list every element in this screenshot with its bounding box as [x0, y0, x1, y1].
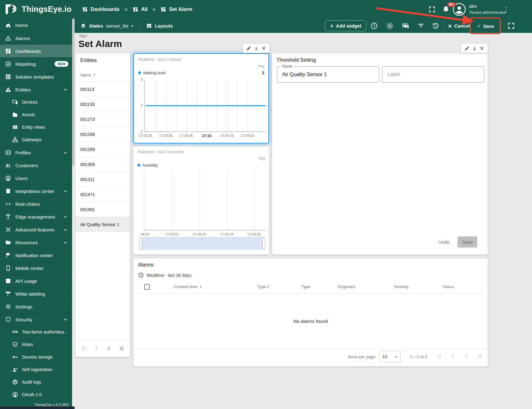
version-history-icon[interactable] [432, 22, 440, 30]
sidebar-item-label: Solution templates [15, 74, 54, 80]
last-page-icon[interactable] [118, 345, 125, 352]
sidebar-item-audit-logs[interactable]: Audit logs [0, 376, 72, 388]
remove-widget-icon[interactable]: × [261, 46, 266, 51]
sidebar-item-dashboards[interactable]: Dashboards [0, 44, 72, 57]
edge-management-icon [5, 214, 11, 220]
states-selector[interactable]: States sensor_list ▾ [80, 19, 133, 33]
first-page-icon[interactable] [80, 345, 88, 352]
entity-aliases-icon[interactable] [402, 22, 409, 30]
sidebar-item-reporting[interactable]: ReportingNEW [0, 57, 72, 70]
series-color-dot [138, 164, 140, 167]
alarm-column-originator[interactable]: Originator [337, 284, 355, 289]
battery-level-chart-widget[interactable]: Realtime - last 1 minute Avg batteryLeve… [133, 53, 269, 143]
app-logo[interactable]: ThingsEye.io [4, 3, 71, 16]
sidebar-item-gateways[interactable]: Gateways [0, 133, 72, 146]
first-page-icon[interactable] [436, 353, 443, 360]
breadcrumb-all[interactable]: All [133, 7, 147, 12]
alarm-column-status[interactable]: Status [443, 284, 454, 289]
sidebar-item-resources[interactable]: Resources [0, 236, 72, 249]
range-handle-right[interactable] [262, 237, 265, 250]
select-all-checkbox[interactable] [144, 284, 150, 290]
humidity-chart-plot[interactable] [144, 172, 266, 230]
sidebar-item-notification-center[interactable]: Notification center [0, 249, 72, 261]
alarm-column-created-time[interactable]: Created time↓ [174, 284, 202, 289]
entity-row-001113[interactable]: 001113 [75, 81, 130, 96]
alarm-column-type[interactable]: Type [301, 284, 310, 289]
sidebar-item-edge-management[interactable]: Edge management [0, 210, 72, 223]
sidebar-item-settings[interactable]: Settings [0, 300, 72, 313]
items-per-page-select[interactable]: 10 ▾ [379, 351, 401, 362]
cancel-button[interactable]: × Cancel [448, 20, 470, 31]
sidebar-item-home[interactable]: Home [0, 19, 72, 32]
threshold-save-button[interactable]: Save [458, 236, 477, 247]
more-menu-icon[interactable]: ⋮ [502, 5, 510, 14]
sidebar-item-entities[interactable]: Entities [0, 83, 72, 96]
timewindow-icon[interactable] [370, 22, 378, 30]
entity-row-air-quality-sensor-1[interactable]: Air Quality Sensor 1 [75, 217, 130, 232]
sidebar-item-white-labeling[interactable]: White labeling [0, 287, 72, 300]
entity-row-001491[interactable]: 001491 [75, 202, 130, 217]
next-page-icon[interactable] [105, 345, 113, 352]
alarm-column-severity[interactable]: Severity [394, 284, 409, 289]
sidebar-item-advanced-features[interactable]: Advanced features [0, 223, 72, 236]
name-input[interactable] [282, 68, 373, 81]
entity-row-001311[interactable]: 001311 [75, 172, 130, 187]
toolbar-fullscreen-icon[interactable] [507, 22, 515, 30]
legend-item-batteryLevel[interactable]: batteryLevel [138, 70, 166, 75]
sidebar-item-two-factor-authenticati[interactable]: 2FATwo-factor authenticati… [0, 326, 72, 338]
remove-widget-icon[interactable]: × [479, 46, 485, 51]
edit-widget-icon[interactable] [246, 46, 251, 51]
range-handle-left[interactable] [139, 237, 142, 250]
save-button[interactable]: ✓ Save [475, 21, 497, 31]
alarm-column-label: Created time [174, 284, 197, 289]
sidebar-item-rule-chains[interactable]: Rule chains [0, 197, 72, 210]
user-info[interactable]: alec Tenant administrator [469, 3, 506, 15]
layouts-button[interactable]: Layouts [146, 19, 173, 33]
export-widget-icon[interactable] [254, 46, 259, 51]
sidebar-scrollbar[interactable] [72, 19, 75, 409]
entity-row-001305[interactable]: 001305 [75, 157, 130, 172]
entity-row-001471[interactable]: 001471 [75, 187, 130, 202]
sidebar-item-api-usage[interactable]: API usage [0, 274, 72, 287]
humidity-chart-widget[interactable]: Realtime - last 5 seconds Avg humidity 3… [133, 146, 269, 255]
alarm-column-type-2[interactable]: Type 2 [257, 284, 269, 289]
entity-row-001133[interactable]: 001133 [75, 96, 130, 111]
breadcrumb-dashboards[interactable]: Dashboards [82, 7, 119, 12]
sidebar-item-customers[interactable]: Customers [0, 159, 72, 172]
scrollbar-thumb[interactable] [72, 19, 75, 166]
sidebar-item-security[interactable]: Security [0, 313, 72, 326]
previous-page-icon[interactable] [450, 353, 457, 360]
sidebar-item-alarms[interactable]: Alarms [0, 32, 72, 44]
entity-row-001273[interactable]: 001273 [75, 111, 130, 127]
entity-row-001288[interactable]: 001288 [75, 127, 130, 142]
entity-row-001289[interactable]: 001289 [75, 142, 130, 157]
sidebar-item-profiles[interactable]: Profiles [0, 146, 72, 159]
sidebar-item-assets[interactable]: Assets [0, 108, 72, 121]
next-page-icon[interactable] [463, 353, 470, 360]
sidebar-item-mobile-center[interactable]: Mobile center [0, 261, 72, 274]
sidebar-item-users[interactable]: Users [0, 172, 72, 184]
sidebar-item-secrets-storage[interactable]: Secrets storage [0, 351, 72, 363]
sidebar-item-entity-views[interactable]: Entity views [0, 121, 72, 133]
sidebar-item-oauth-2-0[interactable]: OAuth 2.0 [0, 388, 72, 401]
filters-icon[interactable] [417, 22, 425, 30]
edit-widget-icon[interactable] [464, 46, 470, 51]
entities-name-column-header[interactable]: Name ↑ [80, 73, 96, 77]
sidebar-item-integrations-center[interactable]: Integrations center [0, 184, 72, 197]
export-widget-icon[interactable] [472, 46, 477, 51]
alarms-timewindow[interactable]: Realtime - last 30 days [138, 272, 191, 278]
last-page-icon[interactable] [476, 353, 483, 360]
chart-range-scrollbar[interactable]: ⠿ [140, 237, 265, 250]
breadcrumb-set-alarm[interactable]: Set Alarm [161, 7, 192, 12]
previous-page-icon[interactable] [93, 345, 100, 352]
legend-item-humidity[interactable]: humidity [138, 163, 158, 168]
undo-button[interactable]: Undo [434, 236, 454, 247]
label-input[interactable] [387, 68, 478, 81]
sidebar-item-self-registration[interactable]: Self registration [0, 363, 72, 376]
fullscreen-icon[interactable] [428, 6, 436, 13]
sidebar-item-roles[interactable]: Roles [0, 338, 72, 351]
sidebar-item-solution-templates[interactable]: Solution templates [0, 70, 72, 83]
dashboard-settings-icon[interactable] [386, 22, 394, 30]
sidebar-item-devices[interactable]: Devices [0, 96, 72, 108]
add-widget-button[interactable]: + Add widget [325, 20, 366, 31]
